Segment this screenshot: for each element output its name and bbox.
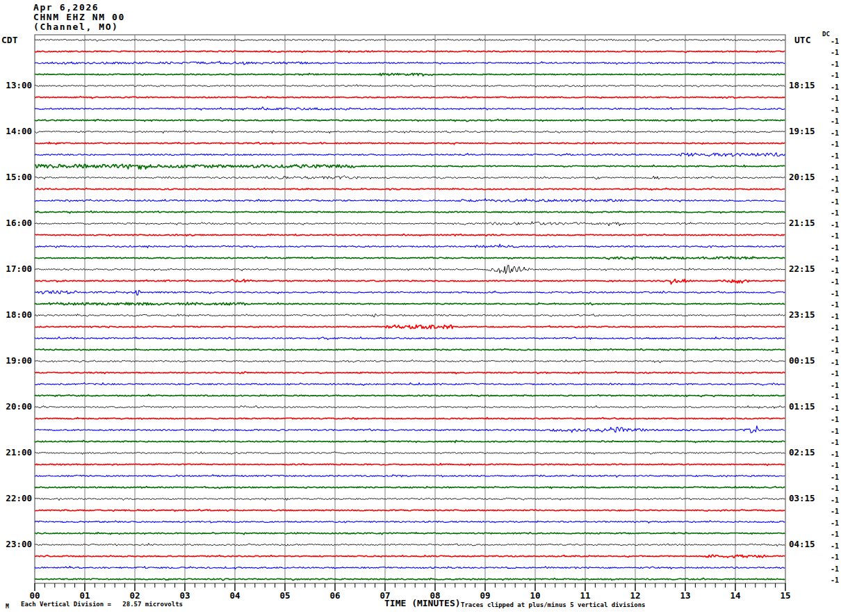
x-tick-label: 11 xyxy=(573,592,597,601)
x-tick-label: 14 xyxy=(724,592,747,601)
dc-value: -1 xyxy=(822,405,839,412)
right-hour-label: 01:15 xyxy=(789,403,815,412)
trace-row xyxy=(35,302,785,305)
trace-row xyxy=(35,164,785,169)
dc-value: -1 xyxy=(822,394,839,400)
left-hour-label: 22:00 xyxy=(0,494,32,503)
trace-row xyxy=(35,382,785,385)
x-tick-label: 05 xyxy=(273,592,297,601)
x-tick-label: 15 xyxy=(774,592,797,601)
right-hour-label: 00:15 xyxy=(789,357,815,366)
dc-value: -1 xyxy=(822,371,839,378)
x-axis-title: TIME (MINUTES) xyxy=(384,599,461,608)
trace-row xyxy=(35,555,785,558)
trace-row xyxy=(35,498,785,501)
trace-row xyxy=(35,279,785,284)
trace-row xyxy=(35,359,785,362)
left-hour-label: 15:00 xyxy=(0,173,32,182)
dc-value: -1 xyxy=(822,348,839,355)
trace-row xyxy=(35,464,785,466)
right-hour-label: 03:15 xyxy=(789,494,815,503)
dc-value: -1 xyxy=(822,130,839,137)
dc-value: -1 xyxy=(822,291,839,298)
trace-row xyxy=(35,39,785,42)
dc-value: -1 xyxy=(822,566,839,573)
x-tick-label: 09 xyxy=(473,592,497,601)
dc-value: -1 xyxy=(822,462,839,469)
x-tick-label: 04 xyxy=(223,592,247,601)
x-tick-label: 10 xyxy=(523,592,547,601)
right-hour-label: 22:15 xyxy=(789,265,815,274)
clipping-note: Traces clipped at plus/minus 5 vertical … xyxy=(461,602,646,608)
left-hour-label: 13:00 xyxy=(0,81,32,90)
trace-row xyxy=(35,222,785,226)
trace-row xyxy=(35,405,785,408)
dc-value: -1 xyxy=(822,428,839,435)
right-hour-label: 18:15 xyxy=(789,81,815,90)
trace-row xyxy=(35,153,785,156)
trace-row xyxy=(35,337,785,339)
dc-value: -1 xyxy=(822,543,839,550)
trace-row xyxy=(35,73,785,76)
dc-value: -1 xyxy=(822,279,839,286)
trace-row xyxy=(35,510,785,512)
dc-value: -1 xyxy=(822,382,839,389)
trace-row xyxy=(35,372,785,374)
dc-value: -1 xyxy=(822,210,839,217)
dc-value: -1 xyxy=(822,416,839,423)
trace-row xyxy=(35,61,785,65)
dc-value: -1 xyxy=(822,451,839,458)
dc-value: -1 xyxy=(822,38,839,45)
trace-row xyxy=(35,119,785,121)
trace-row xyxy=(35,394,785,396)
left-hour-label: 16:00 xyxy=(0,219,32,228)
dc-value: -1 xyxy=(822,439,839,446)
x-tick-label: 13 xyxy=(673,592,697,601)
left-hour-label: 23:00 xyxy=(0,540,32,549)
dc-value: -1 xyxy=(822,302,839,309)
trace-row xyxy=(35,188,785,191)
dc-value: -1 xyxy=(822,474,839,481)
dc-value: -1 xyxy=(822,107,839,114)
trace-row xyxy=(35,244,785,248)
dc-value: -1 xyxy=(822,531,839,538)
x-tick-label: 06 xyxy=(323,592,347,601)
dc-value: -1 xyxy=(822,337,839,343)
trace-row xyxy=(35,418,785,420)
dc-value: -1 xyxy=(822,118,839,125)
trace-row xyxy=(35,475,785,478)
helicorder-page: Apr 6,2026 CHNM EHZ NM 00 (Channel, MO) … xyxy=(0,0,841,616)
dc-value: -1 xyxy=(822,141,839,148)
right-hour-label: 02:15 xyxy=(789,448,815,457)
dc-value: -1 xyxy=(822,199,839,206)
trace-row xyxy=(35,440,785,442)
seismogram-plot xyxy=(0,0,841,616)
left-hour-label: 14:00 xyxy=(0,127,32,136)
trace-row xyxy=(35,257,785,260)
trace-row xyxy=(35,487,785,489)
right-hour-label: 19:15 xyxy=(789,127,815,136)
left-hour-label: 18:00 xyxy=(0,311,32,320)
dc-value: -1 xyxy=(822,84,839,91)
trace-row xyxy=(35,349,785,351)
right-hour-label: 04:15 xyxy=(789,540,815,549)
dc-value: -1 xyxy=(822,187,839,194)
dc-value: -1 xyxy=(822,577,839,584)
dc-value: -1 xyxy=(822,95,839,102)
dc-value: -1 xyxy=(822,508,839,515)
dc-value: -1 xyxy=(822,72,839,79)
trace-row xyxy=(35,533,785,535)
scale-note: Each Vertical Division = 28.57 microvolt… xyxy=(21,601,183,608)
trace-row xyxy=(35,51,785,53)
left-hour-label: 21:00 xyxy=(0,448,32,457)
dc-value: -1 xyxy=(822,164,839,171)
dc-value: -1 xyxy=(822,61,839,68)
corner-glyph: M xyxy=(6,604,9,610)
trace-row xyxy=(35,97,785,99)
trace-row xyxy=(35,578,785,580)
dc-value: -1 xyxy=(822,153,839,160)
trace-row xyxy=(35,543,785,546)
trace-row xyxy=(35,314,785,317)
trace-row xyxy=(35,234,785,236)
dc-value: -1 xyxy=(822,520,839,527)
